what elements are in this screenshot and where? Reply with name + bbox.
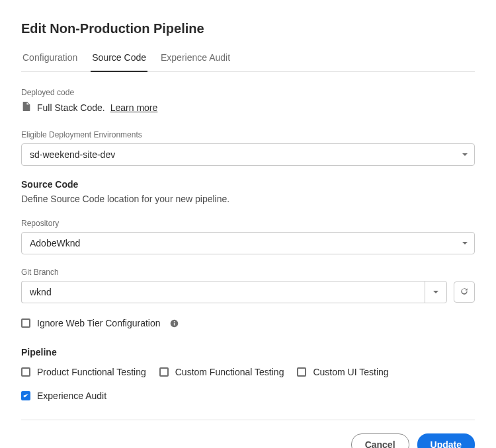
- custom-ui-label: Custom UI Testing: [313, 367, 388, 377]
- learn-more-link[interactable]: Learn more: [110, 102, 158, 113]
- ignore-web-tier-checkbox[interactable]: Ignore Web Tier Configuration: [21, 318, 161, 328]
- tab-experience-audit[interactable]: Experience Audit: [159, 52, 231, 72]
- source-code-desc: Define Source Code location for your new…: [21, 194, 475, 204]
- action-bar: Cancel Update: [21, 433, 475, 448]
- refresh-icon: [460, 287, 469, 298]
- custom-functional-label: Custom Functional Testing: [175, 367, 284, 377]
- update-button[interactable]: Update: [417, 433, 475, 448]
- checkbox-icon: [297, 367, 306, 377]
- repository-select[interactable]: AdobeWknd: [21, 232, 475, 254]
- info-icon[interactable]: [170, 319, 179, 328]
- checkbox-icon: [21, 367, 30, 377]
- pipeline-heading: Pipeline: [21, 347, 475, 357]
- git-branch-input[interactable]: [21, 281, 425, 303]
- repository-label: Repository: [21, 219, 475, 228]
- deployed-code-section: Deployed code Full Stack Code. Learn mor…: [21, 88, 475, 114]
- custom-functional-checkbox[interactable]: Custom Functional Testing: [159, 367, 284, 377]
- pipeline-section: Pipeline Product Functional Testing Cust…: [21, 347, 475, 401]
- product-functional-label: Product Functional Testing: [37, 367, 146, 377]
- source-code-section: Source Code Define Source Code location …: [21, 179, 475, 328]
- code-file-icon: [21, 101, 32, 114]
- experience-audit-label: Experience Audit: [37, 391, 106, 401]
- git-branch-label: Git Branch: [21, 268, 475, 277]
- tab-source-code[interactable]: Source Code: [91, 52, 147, 72]
- ignore-web-tier-label: Ignore Web Tier Configuration: [37, 318, 161, 328]
- source-code-heading: Source Code: [21, 179, 475, 190]
- cancel-button[interactable]: Cancel: [351, 433, 409, 448]
- tabs: Configuration Source Code Experience Aud…: [21, 52, 475, 72]
- divider: [21, 420, 475, 420]
- deployed-code-label: Deployed code: [21, 88, 475, 97]
- experience-audit-checkbox[interactable]: Experience Audit: [21, 391, 106, 401]
- chevron-down-icon: [433, 287, 439, 297]
- page-title: Edit Non-Production Pipeline: [21, 21, 475, 36]
- env-label: Eligible Deployment Environments: [21, 130, 475, 139]
- refresh-button[interactable]: [454, 281, 475, 303]
- custom-ui-checkbox[interactable]: Custom UI Testing: [297, 367, 388, 377]
- env-section: Eligible Deployment Environments sd-week…: [21, 130, 475, 166]
- checkbox-checked-icon: [21, 391, 30, 400]
- checkbox-icon: [21, 318, 30, 328]
- git-branch-dropdown-button[interactable]: [425, 281, 447, 303]
- deployed-code-text: Full Stack Code.: [37, 102, 105, 113]
- env-select[interactable]: sd-weekend-site-dev: [21, 143, 475, 166]
- checkbox-icon: [159, 367, 169, 377]
- tab-configuration[interactable]: Configuration: [21, 52, 79, 72]
- product-functional-checkbox[interactable]: Product Functional Testing: [21, 367, 146, 377]
